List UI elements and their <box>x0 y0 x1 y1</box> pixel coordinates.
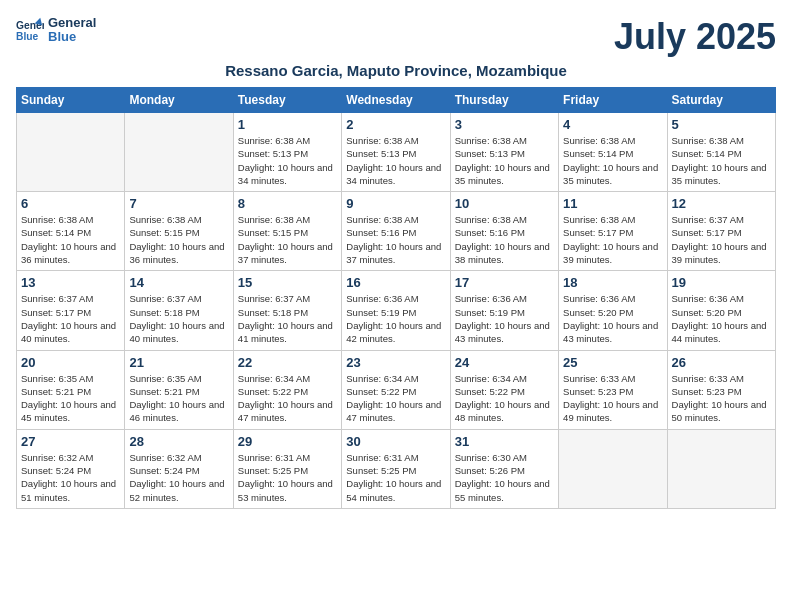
day-info: Sunrise: 6:38 AM Sunset: 5:15 PM Dayligh… <box>238 213 337 266</box>
day-cell <box>17 113 125 192</box>
day-info: Sunrise: 6:37 AM Sunset: 5:17 PM Dayligh… <box>21 292 120 345</box>
day-number: 10 <box>455 196 554 211</box>
day-number: 23 <box>346 355 445 370</box>
day-cell: 5Sunrise: 6:38 AM Sunset: 5:14 PM Daylig… <box>667 113 775 192</box>
day-header-wednesday: Wednesday <box>342 88 450 113</box>
day-number: 16 <box>346 275 445 290</box>
day-info: Sunrise: 6:38 AM Sunset: 5:16 PM Dayligh… <box>346 213 445 266</box>
day-cell: 7Sunrise: 6:38 AM Sunset: 5:15 PM Daylig… <box>125 192 233 271</box>
location-title: Ressano Garcia, Maputo Province, Mozambi… <box>16 62 776 79</box>
logo-icon: General Blue <box>16 16 44 44</box>
day-cell: 8Sunrise: 6:38 AM Sunset: 5:15 PM Daylig… <box>233 192 341 271</box>
day-info: Sunrise: 6:33 AM Sunset: 5:23 PM Dayligh… <box>563 372 662 425</box>
header: General Blue General Blue July 2025 <box>16 16 776 58</box>
day-cell <box>125 113 233 192</box>
day-cell: 13Sunrise: 6:37 AM Sunset: 5:17 PM Dayli… <box>17 271 125 350</box>
day-number: 24 <box>455 355 554 370</box>
day-info: Sunrise: 6:38 AM Sunset: 5:14 PM Dayligh… <box>563 134 662 187</box>
days-header-row: SundayMondayTuesdayWednesdayThursdayFrid… <box>17 88 776 113</box>
day-info: Sunrise: 6:38 AM Sunset: 5:13 PM Dayligh… <box>346 134 445 187</box>
day-info: Sunrise: 6:38 AM Sunset: 5:13 PM Dayligh… <box>455 134 554 187</box>
day-info: Sunrise: 6:37 AM Sunset: 5:17 PM Dayligh… <box>672 213 771 266</box>
week-row-2: 6Sunrise: 6:38 AM Sunset: 5:14 PM Daylig… <box>17 192 776 271</box>
day-number: 21 <box>129 355 228 370</box>
day-cell: 28Sunrise: 6:32 AM Sunset: 5:24 PM Dayli… <box>125 429 233 508</box>
day-info: Sunrise: 6:34 AM Sunset: 5:22 PM Dayligh… <box>455 372 554 425</box>
day-number: 4 <box>563 117 662 132</box>
day-number: 3 <box>455 117 554 132</box>
day-info: Sunrise: 6:36 AM Sunset: 5:19 PM Dayligh… <box>455 292 554 345</box>
day-number: 1 <box>238 117 337 132</box>
day-cell: 27Sunrise: 6:32 AM Sunset: 5:24 PM Dayli… <box>17 429 125 508</box>
day-info: Sunrise: 6:35 AM Sunset: 5:21 PM Dayligh… <box>129 372 228 425</box>
day-number: 7 <box>129 196 228 211</box>
day-header-tuesday: Tuesday <box>233 88 341 113</box>
svg-text:Blue: Blue <box>16 32 39 43</box>
month-title: July 2025 <box>614 16 776 58</box>
day-info: Sunrise: 6:34 AM Sunset: 5:22 PM Dayligh… <box>346 372 445 425</box>
week-row-5: 27Sunrise: 6:32 AM Sunset: 5:24 PM Dayli… <box>17 429 776 508</box>
day-cell: 6Sunrise: 6:38 AM Sunset: 5:14 PM Daylig… <box>17 192 125 271</box>
day-cell: 9Sunrise: 6:38 AM Sunset: 5:16 PM Daylig… <box>342 192 450 271</box>
day-number: 19 <box>672 275 771 290</box>
calendar-table: SundayMondayTuesdayWednesdayThursdayFrid… <box>16 87 776 509</box>
logo: General Blue General Blue <box>16 16 96 45</box>
day-number: 28 <box>129 434 228 449</box>
day-number: 18 <box>563 275 662 290</box>
day-number: 12 <box>672 196 771 211</box>
day-number: 2 <box>346 117 445 132</box>
day-info: Sunrise: 6:38 AM Sunset: 5:14 PM Dayligh… <box>21 213 120 266</box>
day-number: 27 <box>21 434 120 449</box>
day-number: 15 <box>238 275 337 290</box>
week-row-4: 20Sunrise: 6:35 AM Sunset: 5:21 PM Dayli… <box>17 350 776 429</box>
day-info: Sunrise: 6:30 AM Sunset: 5:26 PM Dayligh… <box>455 451 554 504</box>
day-number: 20 <box>21 355 120 370</box>
day-number: 9 <box>346 196 445 211</box>
day-info: Sunrise: 6:36 AM Sunset: 5:20 PM Dayligh… <box>563 292 662 345</box>
week-row-1: 1Sunrise: 6:38 AM Sunset: 5:13 PM Daylig… <box>17 113 776 192</box>
day-cell: 20Sunrise: 6:35 AM Sunset: 5:21 PM Dayli… <box>17 350 125 429</box>
day-cell: 26Sunrise: 6:33 AM Sunset: 5:23 PM Dayli… <box>667 350 775 429</box>
day-cell: 2Sunrise: 6:38 AM Sunset: 5:13 PM Daylig… <box>342 113 450 192</box>
day-info: Sunrise: 6:36 AM Sunset: 5:20 PM Dayligh… <box>672 292 771 345</box>
day-number: 13 <box>21 275 120 290</box>
day-cell: 23Sunrise: 6:34 AM Sunset: 5:22 PM Dayli… <box>342 350 450 429</box>
day-info: Sunrise: 6:32 AM Sunset: 5:24 PM Dayligh… <box>21 451 120 504</box>
day-cell: 24Sunrise: 6:34 AM Sunset: 5:22 PM Dayli… <box>450 350 558 429</box>
day-info: Sunrise: 6:37 AM Sunset: 5:18 PM Dayligh… <box>238 292 337 345</box>
day-number: 17 <box>455 275 554 290</box>
day-cell <box>559 429 667 508</box>
day-info: Sunrise: 6:32 AM Sunset: 5:24 PM Dayligh… <box>129 451 228 504</box>
day-number: 30 <box>346 434 445 449</box>
day-info: Sunrise: 6:38 AM Sunset: 5:14 PM Dayligh… <box>672 134 771 187</box>
day-info: Sunrise: 6:38 AM Sunset: 5:17 PM Dayligh… <box>563 213 662 266</box>
day-cell: 10Sunrise: 6:38 AM Sunset: 5:16 PM Dayli… <box>450 192 558 271</box>
day-cell: 21Sunrise: 6:35 AM Sunset: 5:21 PM Dayli… <box>125 350 233 429</box>
day-cell <box>667 429 775 508</box>
day-cell: 31Sunrise: 6:30 AM Sunset: 5:26 PM Dayli… <box>450 429 558 508</box>
day-cell: 12Sunrise: 6:37 AM Sunset: 5:17 PM Dayli… <box>667 192 775 271</box>
day-cell: 3Sunrise: 6:38 AM Sunset: 5:13 PM Daylig… <box>450 113 558 192</box>
day-cell: 16Sunrise: 6:36 AM Sunset: 5:19 PM Dayli… <box>342 271 450 350</box>
day-header-thursday: Thursday <box>450 88 558 113</box>
day-number: 29 <box>238 434 337 449</box>
logo-text-blue: Blue <box>48 30 96 44</box>
logo-text-general: General <box>48 16 96 30</box>
day-info: Sunrise: 6:37 AM Sunset: 5:18 PM Dayligh… <box>129 292 228 345</box>
day-info: Sunrise: 6:35 AM Sunset: 5:21 PM Dayligh… <box>21 372 120 425</box>
day-cell: 25Sunrise: 6:33 AM Sunset: 5:23 PM Dayli… <box>559 350 667 429</box>
day-cell: 4Sunrise: 6:38 AM Sunset: 5:14 PM Daylig… <box>559 113 667 192</box>
day-number: 5 <box>672 117 771 132</box>
day-header-saturday: Saturday <box>667 88 775 113</box>
day-info: Sunrise: 6:36 AM Sunset: 5:19 PM Dayligh… <box>346 292 445 345</box>
day-cell: 30Sunrise: 6:31 AM Sunset: 5:25 PM Dayli… <box>342 429 450 508</box>
day-cell: 18Sunrise: 6:36 AM Sunset: 5:20 PM Dayli… <box>559 271 667 350</box>
day-number: 31 <box>455 434 554 449</box>
day-cell: 1Sunrise: 6:38 AM Sunset: 5:13 PM Daylig… <box>233 113 341 192</box>
day-cell: 29Sunrise: 6:31 AM Sunset: 5:25 PM Dayli… <box>233 429 341 508</box>
day-number: 26 <box>672 355 771 370</box>
day-number: 6 <box>21 196 120 211</box>
day-number: 11 <box>563 196 662 211</box>
day-info: Sunrise: 6:38 AM Sunset: 5:13 PM Dayligh… <box>238 134 337 187</box>
day-cell: 19Sunrise: 6:36 AM Sunset: 5:20 PM Dayli… <box>667 271 775 350</box>
